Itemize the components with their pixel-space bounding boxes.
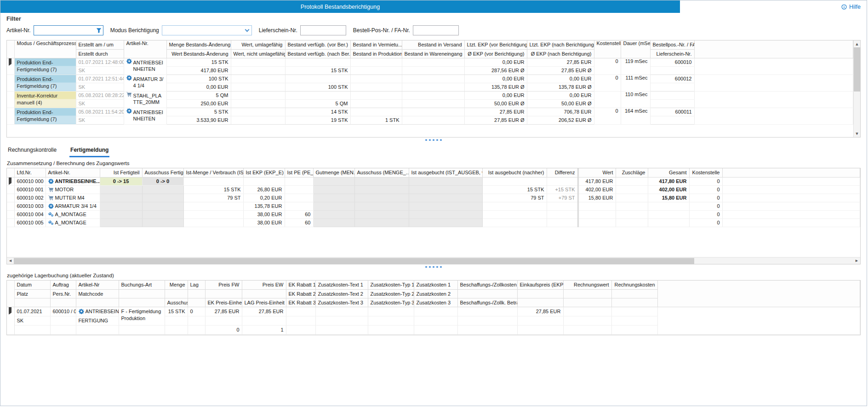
col-matchcode[interactable]: Matchcode [76, 289, 119, 298]
col-beschaffungs-zollkosten[interactable]: Beschaffungs-/Zollkosten in % [457, 281, 517, 289]
protocol-row[interactable]: Inventur-Korrektur manuell (4) 05.08.202… [7, 91, 853, 99]
vertical-scrollbar[interactable]: ▲ ▼ [853, 40, 860, 137]
col-lfd-nr[interactable]: Lfd.Nr. [14, 168, 46, 177]
col-avg-ekp-nach[interactable]: Ø EKP (nach Berichtigung) [527, 49, 594, 58]
lieferschein-nr-field[interactable] [301, 26, 346, 35]
help-link[interactable]: Hilfe [841, 4, 861, 10]
col-ltzt-ekp-nach[interactable]: Ltzt. EKP (nach Berichtigung) [527, 40, 594, 49]
col-rechnungskosten[interactable]: Rechnungskosten [611, 281, 657, 289]
col-lag-preis-einheit[interactable]: LAG Preis-Einheit [242, 298, 286, 307]
col-menge[interactable]: Menge Bestands-Änderung [166, 40, 231, 49]
col-zusatzkosten-1[interactable]: Zusatzkosten 1 [414, 281, 457, 289]
artikel-nr-field[interactable] [34, 26, 95, 35]
col-ist-ausgebucht-vor[interactable]: Ist ausgebucht (IST_AUSGEB, vor... [409, 168, 482, 177]
tab-fertigmeldung[interactable]: Fertigmeldung [69, 144, 109, 157]
protocol-row[interactable]: Produktion End-Fertigmeldung (7) 01.07.2… [7, 75, 853, 83]
scrollbar-thumb[interactable] [14, 258, 694, 264]
col-zusatzkosten-text-2[interactable]: Zusatzkosten-Text 2 [315, 289, 368, 298]
composition-row[interactable]: 600010 005 A_MONTAGE 38,00 EUR 60 [7, 218, 860, 227]
col-ek-rabatt-1[interactable]: EK Rabatt 1 [286, 281, 315, 289]
col-wert-umlagefaehig[interactable]: Wert, umlagefähig [231, 40, 285, 49]
col-einkaufspreis[interactable]: Einkaufspreis (EKP) [517, 281, 563, 289]
splitter-top[interactable] [0, 138, 867, 143]
col-bestand-verf-vor[interactable]: Bestand verfügb. (vor Ber.) [285, 40, 350, 49]
col-gutmenge[interactable]: Gutmenge (MEN... [313, 168, 354, 177]
col-bestand-produktion[interactable]: Bestand in Produktion [350, 49, 402, 58]
col-ltzt-ekp-vor[interactable]: Ltzt. EKP (vor Berichtigung) [464, 40, 527, 49]
lieferschein-nr-input[interactable] [300, 25, 346, 35]
col-wert-nicht-umlagefaehig[interactable]: Wert, nicht umlagefähig [231, 49, 285, 58]
col-auftrag[interactable]: Auftrag [50, 281, 76, 289]
col-ist-ausgebucht-nachher[interactable]: Ist ausgebucht (nachher) [482, 168, 547, 177]
col-erstellt-durch[interactable]: Erstellt durch [76, 49, 124, 58]
modus-berichtigung-combobox[interactable] [162, 25, 252, 35]
col-zusatzkosten-text-1[interactable]: Zusatzkosten-Text 1 [315, 281, 368, 289]
composition-row[interactable]: 600010 000 ANTRIEBSEINHE... 0 -> 15 0 ->… [7, 177, 860, 185]
col-beschaffungs-zollk-betrag[interactable]: Beschaffungs-/Zollk. Betrag [457, 298, 517, 307]
col-bestellpos[interactable]: Bestellpos.-Nr. / FA-Nr. [650, 40, 694, 49]
col-gesamt[interactable]: Gesamt [648, 168, 689, 177]
col-kostenstelle[interactable]: Kostenstelle [689, 168, 722, 177]
composition-row[interactable]: 600010 001 MOTOR 15 STK 26,80 EUR 15 STK… [7, 185, 860, 194]
col-menge[interactable]: Menge [165, 281, 188, 289]
composition-row[interactable]: 600010 002 MUTTER M4 79 ST 0,20 EUR 79 S… [7, 194, 860, 202]
scrollbar-thumb[interactable] [854, 47, 860, 92]
col-erstellt-am[interactable]: Erstellt am / um [76, 40, 124, 49]
col-dauer[interactable]: Dauer (mSec) [621, 40, 650, 58]
col-zusatzkosten-typ-3[interactable]: Zusatzkosten-Typ 3 [368, 298, 414, 307]
col-ist-menge[interactable]: Ist-Menge / Verbrauch (IST) [183, 168, 243, 177]
col-zusatzkosten-2[interactable]: Zusatzkosten 2 [414, 289, 457, 298]
col-bestand-versand[interactable]: Bestand in Versand [402, 40, 464, 49]
protocol-row[interactable]: Produktion End-Fertigmeldung (7) 01.07.2… [7, 58, 853, 66]
col-ausschuss-fertigteil[interactable]: Ausschuss Fertigteil [142, 168, 183, 177]
col-zuschlaege[interactable]: Zuschläge [616, 168, 648, 177]
col-bestand-verf-nach[interactable]: Bestand verfügb. (nach Ber.) [285, 49, 350, 58]
col-lieferschein[interactable]: Lieferschein-Nr. [650, 49, 694, 58]
col-bestand-wareneingang[interactable]: Bestand in Wareneingang [402, 49, 464, 58]
scroll-up-button[interactable]: ▲ [854, 40, 860, 47]
splitter-bottom[interactable] [0, 264, 867, 269]
col-datum[interactable]: Datum [14, 281, 50, 289]
col-kostenstelle[interactable]: Kostenstelle [594, 40, 621, 58]
col-ist-fertigteil[interactable]: Ist Fertigteil [100, 168, 142, 177]
col-platz[interactable]: Platz [14, 289, 50, 298]
col-avg-ekp-vor[interactable]: Ø EKP (vor Berichtigung) [464, 49, 527, 58]
lager-row[interactable]: 01.07.2021 600010 / 000 ANTRIEBSEIN... F… [7, 307, 860, 316]
col-artikel[interactable]: Artikel-Nr. [124, 40, 166, 58]
artikel-nr-input[interactable] [34, 25, 103, 35]
tab-rechnungskontrolle[interactable]: Rechnungskontrolle [7, 144, 57, 157]
filter-funnel-icon[interactable] [95, 28, 103, 33]
col-ek-rabatt-2[interactable]: EK Rabatt 2 [286, 289, 315, 298]
col-zusatzkosten-typ-2[interactable]: Zusatzkosten-Typ 2 [368, 289, 414, 298]
col-preis-fw[interactable]: Preis FW [205, 281, 242, 289]
col-ist-ekp[interactable]: Ist EKP (EKP_E) [243, 168, 285, 177]
col-ek-rabatt-3[interactable]: EK Rabatt 3 [286, 298, 315, 307]
col-rechnungswert[interactable]: Rechnungswert [563, 281, 611, 289]
protocol-row[interactable]: Produktion End-Fertigmeldung (7) 05.08.2… [7, 108, 853, 116]
col-zusatzkosten-typ-1[interactable]: Zusatzkosten-Typ 1 [368, 281, 414, 289]
col-preis-ew[interactable]: Preis EW [242, 281, 286, 289]
col-lag[interactable]: Lag [188, 281, 205, 289]
scroll-right-button[interactable]: ▶ [853, 259, 860, 263]
composition-row[interactable]: 600010 003 ARMATUR 3/4 1/4 135,78 EUR [7, 202, 860, 210]
col-artikel-nr[interactable]: Artikel-Nr [76, 281, 119, 289]
composition-row[interactable]: 600010 004 A_MONTAGE 38,00 EUR 60 [7, 210, 860, 218]
col-modus[interactable]: Modus / Geschäftsprozess [14, 40, 76, 58]
col-bestand-vermietung[interactable]: Bestand in Vermietu... [350, 40, 402, 49]
col-buchungs-art[interactable]: Buchungs-Art [119, 281, 165, 289]
bestellpos-nr-field[interactable] [413, 26, 458, 35]
scroll-left-button[interactable]: ◀ [7, 259, 14, 263]
col-zusatzkosten-text-3[interactable]: Zusatzkosten-Text 3 [315, 298, 368, 307]
scroll-down-button[interactable]: ▼ [854, 130, 860, 137]
bestellpos-nr-input[interactable] [413, 25, 459, 35]
col-pers-nr[interactable]: Pers.Nr. [50, 289, 76, 298]
col-ausschuss[interactable]: Ausschuss [165, 298, 188, 307]
col-ek-preis-einheit[interactable]: EK Preis-Einheit [205, 298, 242, 307]
col-ausschuss[interactable]: Ausschuss (MENGE_... [354, 168, 409, 177]
horizontal-scrollbar[interactable]: ◀ ▶ [7, 257, 860, 264]
col-artikel[interactable]: Artikel-Nr. [46, 168, 100, 177]
col-wert[interactable]: Wert Bestands-Änderung [166, 49, 231, 58]
col-ist-pe[interactable]: Ist PE (PE_E) [285, 168, 313, 177]
col-zusatzkosten-3[interactable]: Zusatzkosten 3 [414, 298, 457, 307]
col-wert[interactable]: Wert [578, 168, 616, 177]
